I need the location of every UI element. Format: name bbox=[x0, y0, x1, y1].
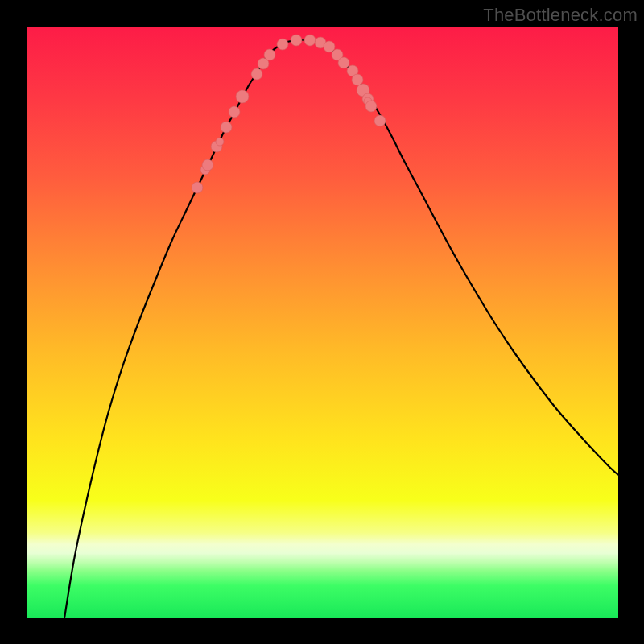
data-point bbox=[304, 35, 316, 46]
data-point bbox=[221, 122, 232, 133]
data-point bbox=[192, 182, 203, 193]
data-point bbox=[264, 49, 275, 60]
plot-area bbox=[27, 27, 618, 618]
data-point bbox=[338, 57, 349, 68]
data-point bbox=[229, 106, 240, 118]
data-point bbox=[352, 74, 363, 85]
data-point bbox=[216, 138, 224, 146]
watermark-text: TheBottleneck.com bbox=[483, 5, 638, 26]
data-point bbox=[236, 90, 249, 103]
data-point bbox=[277, 39, 288, 50]
data-point bbox=[251, 68, 262, 80]
data-point bbox=[202, 159, 213, 171]
data-point bbox=[291, 35, 302, 46]
bottleneck-chart bbox=[27, 27, 618, 618]
chart-frame: TheBottleneck.com bbox=[0, 0, 644, 644]
data-point bbox=[374, 115, 386, 126]
gradient-background bbox=[27, 27, 618, 618]
data-point bbox=[365, 101, 377, 112]
